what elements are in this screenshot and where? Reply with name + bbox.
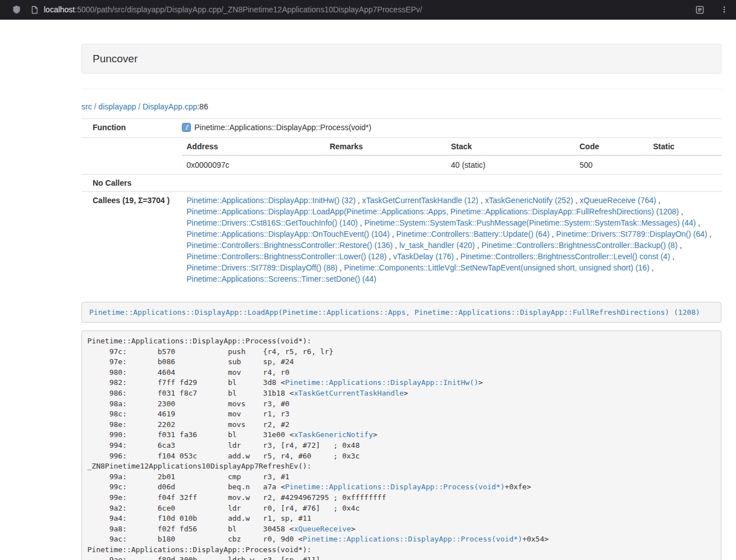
- callee-link[interactable]: Pinetime::Controllers::BrightnessControl…: [460, 252, 670, 261]
- kebab-menu-icon[interactable]: [720, 5, 728, 14]
- symbol-panel: Pinetime::Applications::DisplayApp::Load…: [81, 302, 721, 323]
- callee-link[interactable]: Pinetime::Drivers::St7789::DisplayOff() …: [186, 263, 337, 272]
- symbol-type-icon: f: [182, 123, 191, 135]
- assembly-listing: Pinetime::Applications::DisplayApp::Proc…: [81, 331, 721, 560]
- stats-header-static: Static: [648, 138, 721, 155]
- callee-link[interactable]: Pinetime::Controllers::Battery::Update()…: [396, 229, 550, 238]
- reader-view-icon[interactable]: [696, 6, 704, 14]
- divider: [81, 89, 721, 89]
- stats-header-address: Address: [182, 138, 325, 155]
- function-table: Function f Pinetime::Applications::Displ…: [81, 118, 721, 290]
- function-name: Pinetime::Applications::DisplayApp::Proc…: [194, 123, 371, 132]
- callee-link[interactable]: Pinetime::Components::LittleVgl::SetNewT…: [344, 263, 650, 272]
- stats-row-container: Address Remarks Stack Code Static 0x0000…: [81, 138, 721, 175]
- no-callers-label: No Callers: [81, 175, 174, 192]
- callee-link[interactable]: Pinetime::Applications::DisplayApp::OnTo…: [186, 229, 390, 238]
- callee-link[interactable]: xQueueReceive (764): [580, 196, 656, 205]
- callee-link[interactable]: vTaskDelay (176): [393, 252, 454, 261]
- callee-link[interactable]: Pinetime::Applications::Screens::Timer::…: [186, 274, 376, 283]
- app-brand-panel: Puncover: [81, 44, 721, 74]
- stats-address-value: 0x0000097c: [182, 155, 325, 174]
- url-path: :5000/path/src/displayapp/DisplayApp.cpp…: [75, 5, 422, 14]
- stats-header-code: Code: [575, 138, 648, 155]
- callee-link[interactable]: Pinetime::Drivers::St7789::DisplayOn() (…: [556, 229, 707, 238]
- callees-row: Callees (19, Σ=3704 ) Pinetime::Applicat…: [81, 192, 721, 290]
- callee-link[interactable]: Pinetime::System::SystemTask::PushMessag…: [364, 218, 696, 227]
- assembly-symbol-link[interactable]: xTaskGetCurrentTaskHandle: [294, 389, 404, 397]
- stats-row-label: [81, 138, 174, 175]
- url-bar[interactable]: localhost:5000/path/src/displayapp/Displ…: [44, 5, 422, 14]
- breadcrumb-separator: /: [92, 102, 99, 111]
- function-row: Function f Pinetime::Applications::Displ…: [81, 119, 721, 138]
- url-host: localhost: [44, 5, 75, 14]
- callee-link[interactable]: Pinetime::Controllers::BrightnessControl…: [481, 241, 677, 250]
- stats-table: Address Remarks Stack Code Static 0x0000…: [182, 138, 721, 174]
- stats-header-remarks: Remarks: [325, 138, 446, 155]
- callee-link[interactable]: Pinetime::Drivers::Cst816S::GetTouchInfo…: [186, 218, 358, 227]
- page-icon[interactable]: [31, 6, 38, 14]
- function-row-label: Function: [81, 119, 174, 138]
- callees-list: Pinetime::Applications::DisplayApp::Init…: [174, 192, 721, 290]
- no-callers-row: No Callers: [81, 175, 721, 192]
- callee-link[interactable]: Pinetime::Controllers::BrightnessControl…: [186, 252, 386, 261]
- assembly-symbol-link[interactable]: xQueueReceive: [294, 525, 351, 533]
- symbol-link[interactable]: Pinetime::Applications::DisplayApp::Load…: [89, 308, 700, 316]
- assembly-symbol-link[interactable]: xTaskGenericNotify: [294, 430, 373, 439]
- breadcrumb: src / displayapp / DisplayApp.cpp:86: [81, 101, 721, 112]
- stats-stack-value: 40 (static): [446, 155, 575, 174]
- callee-link[interactable]: Pinetime::Controllers::BrightnessControl…: [186, 241, 392, 250]
- stats-values-row: 0x0000097c 40 (static) 500: [182, 155, 721, 174]
- assembly-symbol-link[interactable]: Pinetime::Applications::DisplayApp::Proc…: [303, 535, 522, 543]
- stats-remarks-value: [325, 155, 446, 174]
- stats-static-value: [648, 155, 721, 174]
- breadcrumb-link-src[interactable]: src: [81, 102, 92, 111]
- stats-header-stack: Stack: [446, 138, 575, 155]
- callee-link[interactable]: xTaskGenericNotify (252): [485, 196, 573, 205]
- app-title[interactable]: Puncover: [93, 53, 138, 65]
- callees-label: Callees (19, Σ=3704 ): [81, 192, 174, 290]
- callee-link[interactable]: lv_task_handler (420): [399, 241, 475, 250]
- breadcrumb-link-displayapp-cpp[interactable]: DisplayApp.cpp: [143, 102, 197, 111]
- callee-link[interactable]: Pinetime::Applications::DisplayApp::Load…: [186, 207, 679, 216]
- assembly-symbol-link[interactable]: Pinetime::Applications::DisplayApp::Proc…: [285, 483, 505, 491]
- breadcrumb-separator: /: [136, 102, 143, 111]
- page-content: Puncover src / displayapp / DisplayApp.c…: [81, 44, 721, 560]
- breadcrumb-link-displayapp[interactable]: displayapp: [98, 102, 136, 111]
- stats-code-value: 500: [575, 155, 648, 174]
- callee-link[interactable]: xTaskGetCurrentTaskHandle (12): [362, 196, 478, 205]
- no-callers-cell: [174, 175, 721, 192]
- shield-icon[interactable]: [12, 5, 21, 14]
- assembly-symbol-link[interactable]: Pinetime::Applications::DisplayApp::Init…: [285, 378, 478, 387]
- browser-toolbar: localhost:5000/path/src/displayapp/Displ…: [0, 0, 736, 20]
- stats-header-row: Address Remarks Stack Code Static: [182, 138, 721, 155]
- callee-link[interactable]: Pinetime::Applications::DisplayApp::Init…: [186, 196, 355, 205]
- breadcrumb-line-number: :86: [197, 102, 208, 111]
